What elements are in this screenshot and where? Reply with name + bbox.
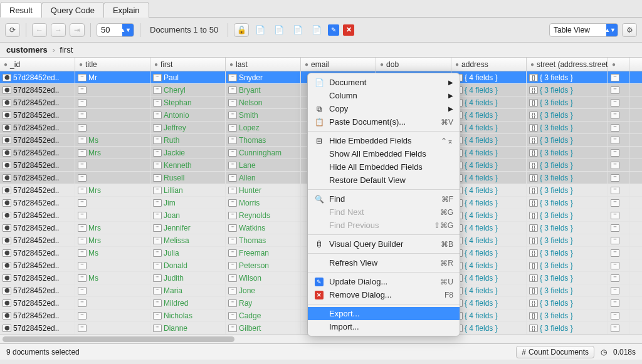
cell[interactable]: ""Thomas <box>226 234 301 246</box>
cell-id[interactable]: ⚫57d28452ed.. <box>0 84 75 96</box>
menu-import[interactable]: Import... <box>308 320 460 333</box>
cell-id[interactable]: ⚫57d28452ed.. <box>0 147 75 159</box>
settings-button[interactable]: ⚙ <box>622 23 637 37</box>
cell-object[interactable]: {}{ 4 fields } <box>451 297 527 309</box>
cell-id[interactable]: ⚫57d28452ed.. <box>0 234 75 246</box>
menu-hide-embedded[interactable]: ⊟ Hide Embedded Fields ⌃⌅ <box>308 134 460 147</box>
cell-object[interactable]: {}{ 4 fields } <box>451 71 527 83</box>
cell[interactable]: ""Nelson <box>226 96 301 108</box>
cell-overflow[interactable]: "" <box>608 197 629 209</box>
cell[interactable]: "" <box>75 259 150 271</box>
update-dialog-button[interactable]: ✎ <box>328 24 339 36</box>
col-street[interactable]: ●street (address.street) <box>527 58 608 71</box>
cell[interactable]: ""Jackie <box>150 147 226 159</box>
menu-show-all-embedded[interactable]: Show All Embedded Fields <box>308 147 460 160</box>
cell-object[interactable]: {}{ 3 fields } <box>527 71 608 83</box>
cell-overflow[interactable]: "" <box>608 109 629 121</box>
cell-id[interactable]: ⚫57d28452ed.. <box>0 71 75 83</box>
remove-dialog-button[interactable]: ✕ <box>343 24 354 36</box>
cell-object[interactable]: {}{ 4 fields } <box>451 247 527 259</box>
cell-object[interactable]: {}{ 3 fields } <box>527 96 608 108</box>
cell[interactable]: ""Nicholas <box>150 309 226 321</box>
cell[interactable]: ""Reynolds <box>226 209 301 221</box>
cell-overflow[interactable]: "" <box>608 247 629 259</box>
refresh-button[interactable]: ⟳ <box>5 23 20 37</box>
cell-object[interactable]: {}{ 3 fields } <box>527 309 608 321</box>
cell-object[interactable]: {}{ 3 fields } <box>527 247 608 259</box>
cell-object[interactable]: {}{ 4 fields } <box>451 197 527 209</box>
menu-find[interactable]: 🔍 Find ⌘F <box>308 192 460 205</box>
cell-id[interactable]: ⚫57d28452ed.. <box>0 297 75 309</box>
col-dob[interactable]: ●dob <box>376 58 451 71</box>
cell-overflow[interactable]: "" <box>608 297 629 309</box>
cell-object[interactable]: {}{ 4 fields } <box>451 134 527 146</box>
cell-object[interactable]: {}{ 3 fields } <box>527 84 608 96</box>
cell[interactable]: "" <box>75 84 150 96</box>
cell-overflow[interactable]: "" <box>608 172 629 184</box>
cell[interactable]: "" <box>75 197 150 209</box>
breadcrumb-root[interactable]: customers <box>6 45 48 55</box>
cell[interactable]: ""Julia <box>150 247 226 259</box>
cell-overflow[interactable]: "" <box>608 147 629 159</box>
menu-document[interactable]: 📄 Document ▶ <box>308 76 460 89</box>
cell[interactable]: ""Jim <box>150 197 226 209</box>
cell[interactable]: ""Mr <box>75 71 150 83</box>
cell-object[interactable]: {}{ 3 fields } <box>527 197 608 209</box>
cell[interactable]: ""Paul <box>150 71 226 83</box>
cell[interactable]: ""Judith <box>150 272 226 284</box>
cell[interactable]: "" <box>75 322 150 334</box>
cell[interactable]: ""Donald <box>150 259 226 271</box>
cell[interactable]: ""Morris <box>226 197 301 209</box>
cell[interactable]: ""Lillian <box>150 184 226 196</box>
cell[interactable]: ""Smith <box>226 109 301 121</box>
cell[interactable]: ""Jennifer <box>150 222 226 234</box>
cell-object[interactable]: {}{ 4 fields } <box>451 284 527 296</box>
cell-object[interactable]: {}{ 4 fields } <box>451 159 527 171</box>
cell[interactable]: "" <box>75 159 150 171</box>
cell-object[interactable]: {}{ 4 fields } <box>451 84 527 96</box>
col-overflow[interactable]: ● <box>608 58 629 71</box>
cell-id[interactable]: ⚫57d28452ed.. <box>0 96 75 108</box>
cell-object[interactable]: {}{ 3 fields } <box>527 272 608 284</box>
cell[interactable]: ""Gilbert <box>226 322 301 334</box>
cell-object[interactable]: {}{ 3 fields } <box>527 259 608 271</box>
cell[interactable]: "" <box>75 209 150 221</box>
col-first[interactable]: ●first <box>150 58 226 71</box>
menu-hide-all-embedded[interactable]: Hide All Embedded Fields <box>308 160 460 174</box>
cell-id[interactable]: ⚫57d28452ed.. <box>0 172 75 184</box>
cell[interactable]: "" <box>75 96 150 108</box>
page-size-select[interactable]: 50 ▲▼ <box>97 23 134 37</box>
cell-object[interactable]: {}{ 4 fields } <box>451 309 527 321</box>
cell-object[interactable]: {}{ 3 fields } <box>527 184 608 196</box>
cell-overflow[interactable]: "" <box>608 309 629 321</box>
cell-object[interactable]: {}{ 4 fields } <box>451 222 527 234</box>
cell[interactable]: ""Peterson <box>226 259 301 271</box>
cell-overflow[interactable]: "" <box>608 234 629 246</box>
cell[interactable]: ""Hunter <box>226 184 301 196</box>
cell-object[interactable]: {}{ 4 fields } <box>451 184 527 196</box>
cell-id[interactable]: ⚫57d28452ed.. <box>0 222 75 234</box>
cell[interactable]: "" <box>75 109 150 121</box>
copy-doc-button[interactable]: 📄 <box>290 23 305 37</box>
cell-id[interactable]: ⚫57d28452ed.. <box>0 309 75 321</box>
cell-overflow[interactable]: "" <box>608 209 629 221</box>
cell[interactable]: ""Watkins <box>226 222 301 234</box>
cell-object[interactable]: {}{ 4 fields } <box>451 272 527 284</box>
cell-overflow[interactable]: "" <box>608 184 629 196</box>
cell[interactable]: ""Ms <box>75 247 150 259</box>
cell[interactable]: ""Cadge <box>226 309 301 321</box>
cell[interactable]: ""Freeman <box>226 247 301 259</box>
menu-paste[interactable]: 📋 Paste Document(s)... ⌘V <box>308 115 460 128</box>
cell-object[interactable]: {}{ 4 fields } <box>451 172 527 184</box>
cell[interactable]: ""Jone <box>226 284 301 296</box>
cell-id[interactable]: ⚫57d28452ed.. <box>0 209 75 221</box>
cell-id[interactable]: ⚫57d28452ed.. <box>0 159 75 171</box>
menu-remove-dialog[interactable]: ✕ Remove Dialog... F8 <box>308 288 460 301</box>
cell[interactable]: ""Joan <box>150 209 226 221</box>
cell-overflow[interactable]: "" <box>608 71 629 83</box>
cell[interactable]: ""Cheryl <box>150 84 226 96</box>
tab-result[interactable]: Result <box>0 2 42 18</box>
cell-object[interactable]: {}{ 3 fields } <box>527 159 608 171</box>
cell[interactable]: "" <box>75 309 150 321</box>
cell-object[interactable]: {}{ 3 fields } <box>527 297 608 309</box>
